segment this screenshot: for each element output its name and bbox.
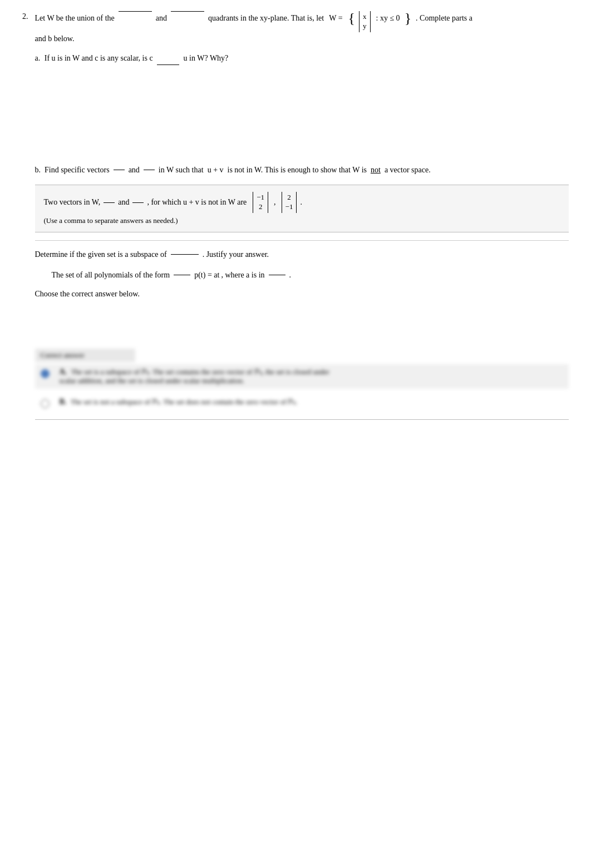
options-section: Correct answer A. The set is a subspace … bbox=[35, 349, 569, 411]
subspace-blank bbox=[171, 254, 199, 255]
part-b-rest3: a vector space. bbox=[385, 163, 431, 177]
v1-top: −1 bbox=[257, 193, 264, 202]
subspace-text2: . Justify your answer. bbox=[203, 247, 269, 261]
v2-bot: −1 bbox=[285, 202, 293, 212]
option-a-content: A. The set is a subspace of ℙ₂. The set … bbox=[60, 368, 329, 385]
set-close-brace: } bbox=[405, 11, 411, 26]
poly-blank2 bbox=[269, 275, 285, 275]
v1-bot: 2 bbox=[259, 202, 263, 212]
option-a-label: A. bbox=[60, 368, 67, 376]
part-a-section: a. If u is in W and c is any scalar, is … bbox=[35, 51, 569, 65]
part-b-section: b. Find specific vectors and in W such t… bbox=[35, 163, 569, 177]
y-label: y bbox=[363, 22, 367, 31]
v2-top: 2 bbox=[287, 193, 291, 202]
polynomial-section: The set of all polynomials of the form p… bbox=[52, 268, 569, 282]
part-b-not: not bbox=[371, 163, 381, 177]
part-b-uv: u + v bbox=[208, 163, 224, 177]
part-b-text: Find specific vectors bbox=[45, 163, 110, 177]
condition-text: : xy ≤ 0 bbox=[376, 11, 400, 25]
x-label: x bbox=[363, 12, 367, 22]
problem-content: Let W be the union of the and quadrants … bbox=[35, 11, 569, 428]
two-vec-and: and bbox=[118, 195, 129, 209]
two-vectors-line: Two vectors in W, and , for which u + v … bbox=[44, 192, 560, 213]
radio-b[interactable] bbox=[41, 399, 50, 408]
bottom-divider bbox=[35, 419, 569, 420]
problem-number: 2. bbox=[22, 12, 28, 21]
choose-answer-text: Choose the correct answer below. bbox=[35, 290, 569, 299]
comma-sep: , bbox=[274, 195, 276, 209]
two-vec-for-which: , for which u + v is not in W are bbox=[147, 195, 247, 209]
quadrants-text: quadrants in the xy-plane. That is, let bbox=[208, 11, 324, 25]
poly-text: The set of all polynomials of the form bbox=[52, 268, 170, 282]
radio-a[interactable] bbox=[41, 369, 50, 378]
blank-u bbox=[114, 170, 125, 170]
part-a-rest: u in W? Why? bbox=[184, 54, 229, 62]
part-b-rest2: is not in W. This is enough to show that… bbox=[228, 163, 367, 177]
blank-v bbox=[144, 170, 155, 170]
option-a[interactable]: A. The set is a subspace of ℙ₂. The set … bbox=[35, 364, 569, 389]
blank-u2 bbox=[104, 202, 115, 203]
poly-where: , where a is in bbox=[221, 268, 264, 282]
poly-period: . bbox=[289, 268, 292, 282]
complete-text: . Complete parts a bbox=[416, 11, 472, 25]
option-a-header-text: Correct answer bbox=[41, 351, 85, 359]
and-b-text: and b below. bbox=[35, 34, 569, 43]
part-b-rest1: in W such that bbox=[159, 163, 204, 177]
set-open-brace: { bbox=[348, 11, 355, 26]
two-vec-intro: Two vectors in W, bbox=[44, 195, 101, 209]
blank-fourth bbox=[171, 11, 204, 12]
subspace-section: Determine if the given set is a subspace… bbox=[35, 247, 569, 261]
vector1: −1 2 bbox=[253, 192, 268, 213]
answer-box-b: Two vectors in W, and , for which u + v … bbox=[35, 185, 569, 232]
option-b[interactable]: B. The set is not a subspace of ℙ₂. The … bbox=[35, 394, 569, 411]
blank-v2 bbox=[132, 202, 144, 203]
option-b-content: B. The set is not a subspace of ℙ₂. The … bbox=[60, 398, 298, 406]
intro-text: Let W be the union of the bbox=[35, 11, 115, 25]
blank-second bbox=[119, 11, 152, 12]
option-b-label: B. bbox=[60, 398, 67, 406]
w-equals: W = bbox=[329, 11, 342, 25]
part-a-label: a. bbox=[35, 54, 41, 62]
period1: . bbox=[300, 195, 302, 209]
vector2: 2 −1 bbox=[282, 192, 297, 213]
problem-intro: Let W be the union of the and quadrants … bbox=[35, 11, 569, 32]
xy-vector: x y bbox=[359, 11, 371, 32]
part-b-label: b. bbox=[35, 163, 41, 177]
use-comma-note: (Use a comma to separate answers as need… bbox=[44, 216, 560, 225]
option-b-line1: The set is not a subspace of ℙ₂. The set… bbox=[71, 398, 298, 406]
poly-eq: p(t) = at bbox=[194, 268, 219, 282]
blank-cu bbox=[157, 65, 179, 65]
option-a-header: Correct answer bbox=[35, 349, 135, 362]
subspace-text1: Determine if the given set is a subspace… bbox=[35, 247, 167, 261]
part-b-and: and bbox=[129, 163, 140, 177]
and-text: and bbox=[156, 11, 167, 25]
part-a-text: If u is in W and c is any scalar, is c bbox=[45, 54, 153, 62]
poly-blank bbox=[174, 275, 190, 275]
option-a-line2: scalar addition, and the set is closed u… bbox=[60, 376, 244, 385]
option-a-line1: The set is a subspace of ℙ₂. The set con… bbox=[71, 368, 329, 376]
section-divider bbox=[35, 240, 569, 241]
